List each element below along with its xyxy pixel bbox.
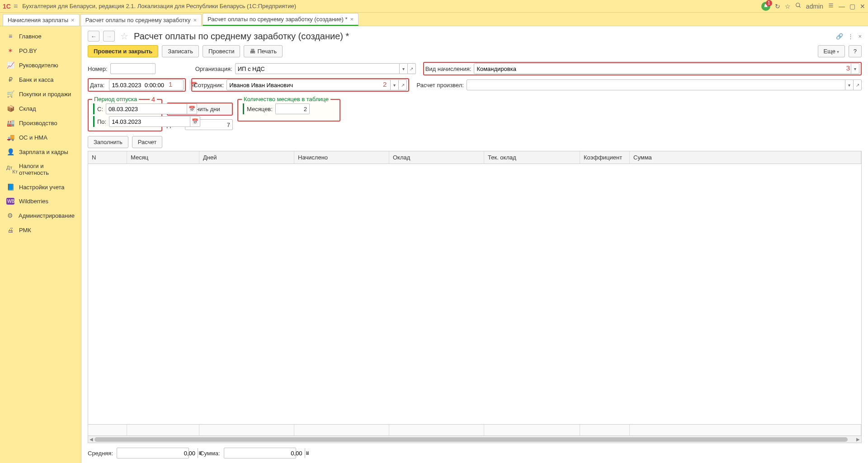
employee-label: Сотрудник:	[193, 82, 224, 89]
sidebar-item-taxes[interactable]: ДтКтНалоги и отчетность	[0, 159, 81, 180]
ruble-icon: ₽	[6, 76, 14, 83]
chart-icon: 📈	[6, 61, 14, 69]
hamburger-icon[interactable]: ≡	[14, 2, 18, 10]
minimize-icon[interactable]: —	[839, 3, 845, 10]
sidebar-item-label: Зарплата и кадры	[19, 149, 68, 155]
dropdown-icon[interactable]: ▾	[399, 64, 407, 74]
save-button[interactable]: Записать	[162, 45, 199, 57]
sidebar-item-label: Wildberries	[19, 198, 48, 205]
open-icon[interactable]: ↗	[853, 80, 861, 90]
close-window-icon[interactable]: ✕	[860, 3, 865, 10]
nav-back-button[interactable]: ←	[88, 31, 99, 42]
col-koef[interactable]: Коэффициент	[580, 151, 630, 164]
period-from-input[interactable]	[106, 104, 187, 114]
sidebar-item-settings[interactable]: 📘Настройки учета	[0, 180, 81, 194]
dropdown-icon[interactable]: ▾	[845, 80, 853, 90]
sidebar-item-bank[interactable]: ₽Банк и касса	[0, 72, 81, 87]
close-page-icon[interactable]: ×	[858, 33, 862, 40]
col-summa[interactable]: Сумма	[630, 151, 861, 164]
notifications-icon[interactable]: 1	[761, 2, 770, 11]
sidebar-item-admin[interactable]: ⚙Администрирование	[0, 208, 81, 223]
favorite-icon[interactable]: ☆	[785, 3, 791, 10]
sidebar-item-rmk[interactable]: 🖨РМК	[0, 223, 81, 237]
settings-icon[interactable]	[828, 2, 834, 10]
close-icon[interactable]: ×	[193, 17, 197, 23]
col-n[interactable]: N	[88, 151, 127, 164]
history-icon[interactable]: ↻	[775, 3, 780, 10]
sidebar: ≡Главное ✶PO.BY 📈Руководителю ₽Банк и ка…	[0, 26, 81, 463]
post-button[interactable]: Провести	[203, 45, 241, 57]
document-icon: ДтКт	[6, 164, 14, 174]
post-and-close-button[interactable]: Провести и закрыть	[88, 45, 158, 57]
open-icon[interactable]: ↗	[407, 64, 415, 74]
help-button[interactable]: ?	[849, 45, 862, 57]
tab-payroll[interactable]: Начисления зарплаты ×	[3, 14, 80, 26]
accrual-type-input[interactable]	[474, 64, 851, 74]
sidebar-item-poby[interactable]: ✶PO.BY	[0, 43, 81, 58]
close-icon[interactable]: ×	[350, 16, 354, 23]
date-input[interactable]	[109, 80, 190, 90]
dropdown-icon[interactable]: ▾	[851, 64, 859, 74]
tab-avg-calc-list[interactable]: Расчет оплаты по среднему заработку ×	[80, 14, 202, 26]
close-icon[interactable]: ×	[71, 17, 75, 23]
sidebar-item-main[interactable]: ≡Главное	[0, 29, 81, 43]
avg-input[interactable]	[117, 448, 198, 458]
col-accrued[interactable]: Начислено	[294, 151, 389, 164]
sum-label: Сумма:	[200, 450, 220, 457]
dropdown-icon[interactable]: ▾	[390, 80, 398, 90]
calcby-input[interactable]	[467, 80, 845, 90]
scroll-left-icon[interactable]: ◀	[88, 437, 94, 442]
sum-input[interactable]	[224, 448, 305, 458]
sidebar-item-assets[interactable]: 🚚ОС и НМА	[0, 130, 81, 145]
link-icon[interactable]: 🔗	[836, 33, 843, 40]
calculator-icon[interactable]: 🖩	[305, 448, 310, 458]
sidebar-item-label: Производство	[19, 120, 57, 126]
box-icon: 📦	[6, 105, 14, 112]
nav-forward-button[interactable]: →	[103, 31, 115, 42]
sidebar-item-manager[interactable]: 📈Руководителю	[0, 58, 81, 72]
svg-point-0	[796, 3, 800, 7]
sidebar-item-wildberries[interactable]: WBWildberries	[0, 194, 81, 208]
printer-icon: 🖶	[250, 48, 255, 55]
period-to-label: По:	[97, 118, 106, 125]
period-legend: Период отпуска	[92, 96, 139, 103]
toolbar: Провести и закрыть Записать Провести 🖶Пе…	[81, 43, 868, 61]
col-days[interactable]: Дней	[199, 151, 294, 164]
more-button[interactable]: Еще	[818, 45, 845, 57]
sidebar-item-production[interactable]: 🏭Производство	[0, 116, 81, 130]
fill-button[interactable]: Заполнить	[88, 136, 128, 148]
number-input[interactable]	[110, 63, 156, 74]
calendar-icon[interactable]: 📅	[190, 117, 200, 126]
gear-icon: ⚙	[6, 212, 14, 219]
notifications-badge: 1	[766, 0, 772, 6]
username-label[interactable]: admin	[806, 3, 823, 10]
calc-button[interactable]: Расчет	[132, 136, 162, 148]
tab-label: Начисления зарплаты	[8, 17, 68, 23]
col-month[interactable]: Месяц	[127, 151, 199, 164]
table-body[interactable]	[88, 164, 861, 424]
maximize-icon[interactable]: ▢	[849, 3, 855, 10]
sidebar-item-trade[interactable]: 🛒Покупки и продажи	[0, 87, 81, 101]
star-icon[interactable]: ☆	[120, 31, 128, 42]
content: ← → ☆ Расчет оплаты по среднему заработк…	[81, 26, 868, 463]
period-to-input[interactable]	[109, 117, 190, 126]
print-button[interactable]: 🖶Печать	[244, 45, 283, 57]
search-icon[interactable]	[795, 2, 802, 10]
col-tek-oklad[interactable]: Тек. оклад	[484, 151, 580, 164]
months-input[interactable]	[275, 103, 310, 114]
sidebar-item-label: Банк и касса	[19, 76, 54, 83]
sidebar-item-label: Руководителю	[19, 62, 58, 69]
tab-avg-calc-create[interactable]: Расчет оплаты по среднему заработку (соз…	[203, 13, 359, 26]
calendar-icon[interactable]: 📅	[187, 104, 197, 114]
scroll-right-icon[interactable]: ▶	[855, 437, 861, 442]
organization-input[interactable]	[236, 64, 399, 74]
wb-icon: WB	[6, 198, 14, 205]
sidebar-item-hr[interactable]: 👤Зарплата и кадры	[0, 145, 81, 159]
sidebar-item-warehouse[interactable]: 📦Склад	[0, 101, 81, 116]
employee-input[interactable]	[227, 80, 390, 90]
horizontal-scrollbar[interactable]: ◀ ▶	[88, 435, 861, 443]
more-icon[interactable]: ⋮	[848, 33, 854, 40]
col-oklad[interactable]: Оклад	[389, 151, 484, 164]
scroll-thumb[interactable]	[94, 437, 848, 442]
open-icon[interactable]: ↗	[398, 80, 406, 90]
